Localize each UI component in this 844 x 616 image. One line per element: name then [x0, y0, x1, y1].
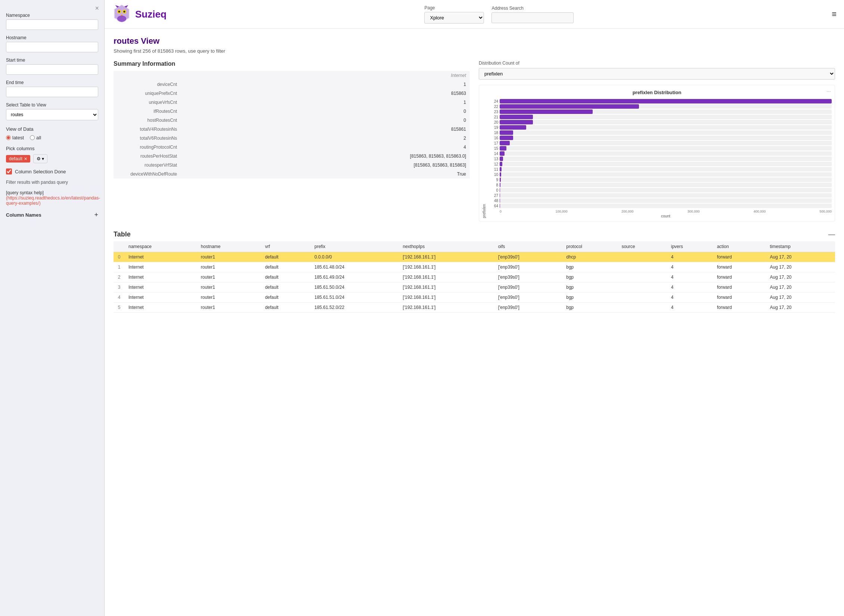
table-cell-timestamp: Aug 17, 20	[766, 292, 835, 303]
bar-label: 11	[488, 167, 498, 171]
table-cell-nexthopIps: ['192.168.161.1']	[399, 262, 494, 272]
radio-all[interactable]	[30, 135, 35, 140]
summary-row-key: deviceWithNoDefRoute	[114, 170, 181, 179]
summary-row: totalV6RoutesinNs2	[114, 134, 470, 143]
table-collapse-button[interactable]: —	[828, 230, 835, 238]
routes-title: routes View	[114, 36, 835, 46]
bar-fill	[500, 146, 506, 151]
bar-row: 18	[488, 130, 832, 135]
bar-fill	[500, 120, 533, 124]
table-cell-protocol: dhcp	[562, 252, 618, 262]
remove-default-tag[interactable]: ✕	[24, 157, 27, 161]
table-cell-source	[618, 292, 667, 303]
addr-search-input[interactable]	[491, 12, 574, 23]
end-time-input[interactable]	[6, 87, 98, 97]
page-select[interactable]: Xplore	[424, 12, 484, 24]
gear-button[interactable]: ⚙ ▾	[33, 154, 47, 163]
bar-label: 17	[488, 141, 498, 145]
table-cell-namespace: Internet	[125, 292, 197, 303]
radio-latest-label[interactable]: latest	[6, 135, 24, 140]
bar-track	[500, 115, 832, 119]
page-select-wrap: Page Xplore	[424, 5, 484, 24]
bar-label: 23	[488, 110, 498, 114]
table-body: 0Internetrouter1default0.0.0.0/0['192.16…	[114, 252, 835, 313]
table-scroll[interactable]: namespacehostnamevrfprefixnexthopIpsoifs…	[114, 241, 835, 313]
summary-row-key: routesPerHostStat	[114, 152, 181, 161]
bar-track	[500, 157, 832, 161]
table-cell-source	[618, 252, 667, 262]
bar-label: 10	[488, 173, 498, 177]
dist-count-label: Distribution Count of	[479, 61, 835, 66]
table-col-header: ipvers	[667, 241, 713, 252]
table-cell-prefix: 0.0.0.0/0	[311, 252, 399, 262]
bar-track	[500, 120, 832, 124]
bar-track	[500, 172, 832, 177]
bar-row: 20	[488, 120, 832, 124]
chart-title: prefixlen Distribution	[482, 90, 832, 95]
table-cell-hostname: router1	[197, 282, 261, 292]
radio-all-label[interactable]: all	[30, 135, 41, 140]
view-of-data-radio-group: latest all	[6, 135, 98, 140]
hostname-input[interactable]	[6, 42, 98, 52]
y-axis-label: prefixlen	[482, 99, 486, 218]
table-cell-timestamp: Aug 17, 20	[766, 282, 835, 292]
table-cell-protocol: bgp	[562, 282, 618, 292]
col-selection-checkbox[interactable]	[6, 168, 12, 174]
table-cell-idx: 0	[114, 252, 125, 262]
summary-row-key: deviceCnt	[114, 80, 181, 89]
table-cell-timestamp: Aug 17, 20	[766, 252, 835, 262]
summary-row-key: routingProtocolCnt	[114, 143, 181, 152]
hamburger-icon[interactable]: ≡	[832, 9, 837, 19]
bar-fill	[500, 136, 513, 140]
radio-latest[interactable]	[6, 135, 11, 140]
table-cell-hostname: router1	[197, 292, 261, 303]
bar-row: 48	[488, 198, 832, 203]
bar-label: 20	[488, 120, 498, 124]
summary-row-key: hostRoutesCnt	[114, 116, 181, 125]
table-cell-timestamp: Aug 17, 20	[766, 303, 835, 313]
table-cell-idx: 1	[114, 262, 125, 272]
summary-row-value: 815863	[181, 89, 470, 98]
bar-label: 12	[488, 162, 498, 166]
dist-select[interactable]: prefixlen	[479, 68, 835, 80]
bar-row: 9	[488, 177, 832, 182]
close-icon[interactable]: ×	[95, 4, 99, 12]
bar-track	[500, 188, 832, 192]
chart-bars-container: 242223212019181617151413121110980274864 …	[488, 99, 832, 218]
table-cell-source	[618, 262, 667, 272]
default-tag[interactable]: default ✕	[6, 155, 30, 162]
query-help-link[interactable]: (https://suzieq.readthedocs.io/en/latest…	[6, 195, 100, 206]
namespace-input[interactable]	[6, 19, 98, 30]
summary-header-row: Internet	[114, 71, 470, 80]
start-time-input[interactable]	[6, 64, 98, 75]
summary-row-value: 1	[181, 98, 470, 107]
summary-row-value: 2	[181, 134, 470, 143]
bar-fill	[500, 99, 832, 103]
bar-label: 24	[488, 99, 498, 103]
table-cell-nexthopIps: ['192.168.161.1']	[399, 303, 494, 313]
table-cell-vrf: default	[261, 282, 311, 292]
table-head: namespacehostnamevrfprefixnexthopIpsoifs…	[114, 241, 835, 252]
summary-table: Internet deviceCnt1uniquePrefixCnt815863…	[114, 71, 470, 179]
table-cell-source	[618, 303, 667, 313]
table-cell-ipvers: 4	[667, 292, 713, 303]
chart-section: Distribution Count of prefixlen ··· pref…	[479, 61, 835, 222]
summary-row-value: [815863, 815863, 815863]	[181, 161, 470, 170]
table-cell-action: forward	[713, 252, 766, 262]
summary-row-value: 815861	[181, 125, 470, 134]
x-axis-label: 400,000	[754, 210, 766, 213]
bar-row: 24	[488, 99, 832, 103]
select-table-dropdown[interactable]: routes	[6, 109, 98, 120]
bar-fill	[500, 157, 503, 161]
bar-fill	[500, 177, 501, 182]
bar-chart: 242223212019181617151413121110980274864	[488, 99, 832, 208]
select-table-label: Select Table to View	[6, 102, 98, 108]
bar-row: 14	[488, 151, 832, 156]
chart-container: ··· prefixlen Distribution prefixlen 242…	[479, 85, 835, 222]
col-names-add-button[interactable]: +	[94, 211, 98, 219]
table-col-header: nexthopIps	[399, 241, 494, 252]
bar-label: 19	[488, 126, 498, 130]
table-cell-namespace: Internet	[125, 262, 197, 272]
col-selection-done-row: Column Selection Done	[6, 168, 98, 174]
chart-options-icon[interactable]: ···	[826, 88, 831, 94]
